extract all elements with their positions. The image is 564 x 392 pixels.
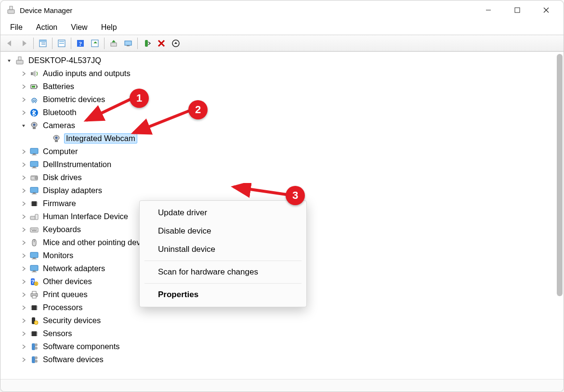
context-menu-properties[interactable]: Properties [140,286,306,304]
svg-line-101 [133,111,189,133]
expander-icon[interactable] [5,57,13,65]
svg-point-98 [35,356,38,359]
tree-category-software-devices[interactable]: Software devices [4,353,564,366]
svg-rect-97 [32,356,35,363]
window-title: Device Manager [20,6,72,14]
svg-line-100 [86,99,131,120]
svg-point-86 [34,321,38,325]
monitor-icon [29,160,39,170]
expander-icon[interactable] [20,83,27,91]
expander-icon[interactable] [20,356,27,364]
tree-item-label: Cameras [42,120,76,131]
expander-icon[interactable] [20,252,27,260]
tree-category-dellinstrumentation[interactable]: DellInstrumentation [4,158,564,171]
expander-icon[interactable] [20,187,27,195]
minimize-button[interactable] [474,0,503,20]
context-menu-disable-device[interactable]: Disable device [140,222,306,240]
svg-rect-17 [125,41,131,45]
toolbar-properties-icon[interactable] [55,37,68,50]
toolbar-forward-icon[interactable] [17,37,31,50]
tree-category-sensors[interactable]: Sensors [4,327,564,340]
svg-rect-7 [39,40,46,42]
expander-icon[interactable] [20,343,27,351]
expander-icon[interactable] [20,70,27,78]
tree-item-label: Display adapters [42,185,103,196]
expander-icon[interactable] [20,330,27,338]
window-frame: Device Manager File Action View Help [0,0,564,392]
svg-rect-3 [515,8,520,13]
expander-icon[interactable] [20,213,27,221]
tree-item-label: Mice and other pointing devices [42,237,156,248]
tree-item-label: DESKTOP-4L537JQ [27,55,102,65]
tree-category-batteries[interactable]: Batteries [4,80,564,93]
expander-icon[interactable] [20,265,27,273]
expander-icon[interactable] [20,200,27,208]
tree-root[interactable]: DESKTOP-4L537JQ [4,54,564,67]
expander-icon[interactable] [20,122,27,130]
soft-icon [29,355,39,365]
svg-rect-65 [30,252,38,258]
toolbar-uninstall-device-icon[interactable] [155,37,168,50]
svg-rect-32 [33,127,36,129]
annotation-arrow-2 [130,106,194,137]
vertical-scrollbar[interactable] [557,54,563,377]
maximize-button[interactable] [503,0,532,20]
tree-item-label: Network adapters [42,263,106,274]
expander-icon[interactable] [20,161,27,169]
tree-item-label: Audio inputs and outputs [42,68,131,78]
svg-rect-36 [30,148,38,154]
expander-icon[interactable] [20,239,27,247]
window-controls [474,0,561,20]
svg-rect-78 [32,305,37,310]
context-menu-separator [144,283,302,284]
monitor-icon [29,186,39,196]
chip-icon [29,303,39,313]
toolbar-disable-device-icon[interactable] [169,37,183,50]
expander-icon[interactable] [20,304,27,312]
svg-rect-28 [32,86,35,88]
expander-icon[interactable] [20,96,27,104]
expander-icon[interactable] [20,278,27,286]
svg-rect-35 [55,140,58,142]
tree-category-computer[interactable]: Computer [4,145,564,158]
tree-item-label: Software devices [42,354,105,365]
toolbar-show-hide-tree-icon[interactable] [36,37,50,50]
expander-icon[interactable] [20,109,27,117]
svg-rect-57 [30,228,38,232]
toolbar-help-icon[interactable]: ? [74,37,87,50]
context-menu-scan-hardware[interactable]: Scan for hardware changes [140,263,306,281]
chip-icon [29,199,39,209]
tree-item-label: Keyboards [42,224,82,235]
tree-item-label: Bluetooth [42,107,78,118]
tree-device-integrated-webcam[interactable]: Integrated Webcam [4,132,564,145]
monitor-icon [29,251,39,261]
tree-category-software-components[interactable]: Software components [4,340,564,353]
toolbar-back-icon[interactable] [3,37,16,50]
menu-file[interactable]: File [3,21,29,34]
menu-help[interactable]: Help [94,21,124,34]
svg-rect-38 [32,155,37,156]
tree-category-security-devices[interactable]: Security devices [4,314,564,327]
menu-view[interactable]: View [64,21,94,34]
scrollbar-thumb[interactable] [557,54,563,296]
tree-category-disk-drives[interactable]: Disk drives [4,171,564,184]
expander-icon[interactable] [20,291,27,299]
expander-icon[interactable] [20,148,27,156]
menu-action[interactable]: Action [29,21,64,34]
close-button[interactable] [532,0,561,20]
svg-rect-45 [30,187,38,193]
svg-point-31 [33,123,36,126]
svg-rect-58 [31,229,32,230]
toolbar-scan-hardware-icon[interactable] [121,37,135,50]
toolbar-update-driver-icon[interactable] [107,37,120,50]
expander-icon[interactable] [20,174,27,182]
toolbar-enable-device-icon[interactable] [140,37,154,50]
toolbar-actions-icon[interactable] [88,37,102,50]
tree-category-audio-inputs-and-outputs[interactable]: Audio inputs and outputs [4,67,564,80]
svg-rect-62 [32,230,37,231]
expander-icon[interactable] [42,135,50,143]
expander-icon[interactable] [20,317,27,325]
context-menu-update-driver[interactable]: Update driver [140,204,306,222]
expander-icon[interactable] [20,226,27,234]
context-menu-uninstall-device[interactable]: Uninstall device [140,240,306,259]
